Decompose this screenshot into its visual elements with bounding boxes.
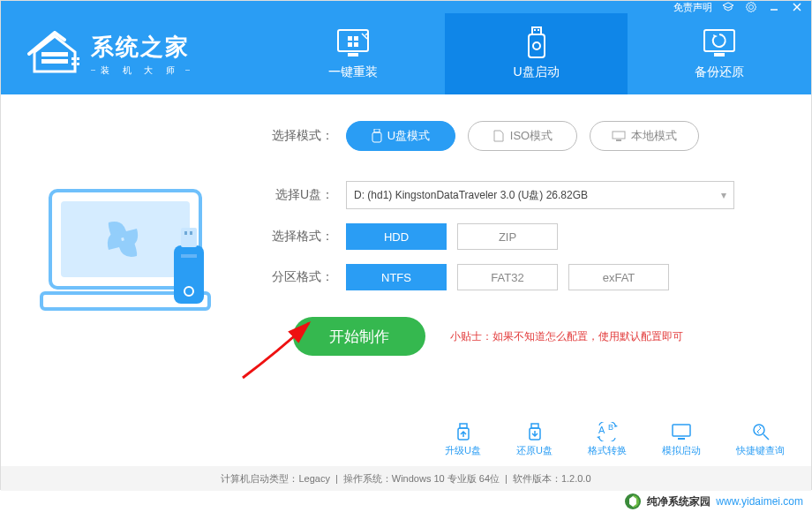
header: 系统之家 装 机 大 师 一键重装 U盘启动 备份还原 <box>1 13 811 94</box>
tab-usbboot[interactable]: U盘启动 <box>445 13 628 94</box>
status-boot-value: Legacy <box>298 473 329 484</box>
mode-usb-label: U盘模式 <box>387 128 430 144</box>
logo: 系统之家 装 机 大 师 <box>1 31 261 77</box>
tab-backup-label: 备份还原 <box>695 64 744 80</box>
usb-icon <box>517 27 556 59</box>
emulate-icon <box>670 422 693 441</box>
tab-reinstall-label: 一键重装 <box>328 64 378 80</box>
svg-line-40 <box>763 434 769 440</box>
svg-rect-29 <box>613 132 625 139</box>
format-zip-button[interactable]: ZIP <box>457 223 558 250</box>
svg-rect-12 <box>534 29 536 31</box>
content: 选择模式： U盘模式 ISO模式 本地模式 选择U盘： D: (h <box>1 94 811 413</box>
bottom-toolbar: 升级U盘 还原U盘 AB 格式转换 模拟启动 快捷键查询 <box>1 413 811 466</box>
main-panel: 选择模式： U盘模式 ISO模式 本地模式 选择U盘： D: (h <box>261 94 811 413</box>
fs-exfat-button[interactable]: exFAT <box>568 264 669 290</box>
close-button[interactable] <box>790 2 804 12</box>
convert-icon: AB <box>596 422 619 441</box>
restore-usb-icon <box>523 422 546 441</box>
svg-rect-22 <box>181 228 197 247</box>
chevron-down-icon: ▾ <box>721 189 726 201</box>
svg-rect-11 <box>532 27 541 34</box>
main-tabs: 一键重装 U盘启动 备份还原 <box>261 13 811 94</box>
tip-text: 小贴士：如果不知道怎么配置，使用默认配置即可 <box>450 329 683 344</box>
svg-rect-30 <box>616 139 621 141</box>
watermark-url: www.yidaimei.com <box>716 495 803 508</box>
house-icon <box>27 31 82 77</box>
usb-select-label: 选择U盘： <box>261 187 334 203</box>
tool-hotkey[interactable]: 快捷键查询 <box>736 422 785 457</box>
fs-label: 分区格式： <box>261 269 334 285</box>
app-window: 免责声明 系统之家 装 机 大 师 <box>0 0 812 490</box>
file-icon <box>492 130 505 142</box>
svg-text:A: A <box>598 425 605 435</box>
tab-reinstall[interactable]: 一键重装 <box>261 13 445 94</box>
settings-icon[interactable] <box>744 2 758 12</box>
upgrade-usb-icon <box>452 422 475 441</box>
mode-iso-button[interactable]: ISO模式 <box>468 121 577 151</box>
svg-rect-5 <box>71 57 74 60</box>
svg-rect-14 <box>529 34 545 57</box>
tool-convert[interactable]: AB 格式转换 <box>588 422 627 457</box>
usb-small-icon <box>372 129 382 143</box>
svg-rect-4 <box>41 59 68 64</box>
tab-usbboot-label: U盘启动 <box>513 64 559 80</box>
svg-rect-27 <box>374 129 380 132</box>
monitor-icon <box>612 131 626 141</box>
logo-title: 系统之家 <box>91 32 190 63</box>
brand-icon <box>624 493 642 510</box>
tool-restore[interactable]: 还原U盘 <box>516 422 553 457</box>
svg-rect-10 <box>348 53 358 56</box>
format-hdd-button[interactable]: HDD <box>346 223 447 250</box>
minimize-button[interactable] <box>767 2 781 12</box>
svg-rect-28 <box>372 132 381 142</box>
status-os-value: Windows 10 专业版 64位 <box>392 472 500 486</box>
illustration <box>1 94 261 413</box>
statusbar: 计算机启动类型： Legacy | 操作系统： Windows 10 专业版 6… <box>1 466 811 491</box>
tool-emulate[interactable]: 模拟启动 <box>662 422 701 457</box>
fs-ntfs-button[interactable]: NTFS <box>346 264 447 290</box>
svg-rect-38 <box>678 438 685 440</box>
titlebar: 免责声明 <box>1 1 811 13</box>
svg-rect-3 <box>41 52 68 56</box>
start-button-label: 开始制作 <box>329 327 389 347</box>
svg-rect-6 <box>77 57 79 60</box>
svg-rect-23 <box>184 231 187 235</box>
mode-iso-label: ISO模式 <box>510 128 553 144</box>
reinstall-icon <box>334 27 372 59</box>
graduation-icon[interactable] <box>721 2 735 12</box>
tool-upgrade[interactable]: 升级U盘 <box>445 422 481 457</box>
tab-backup[interactable]: 备份还原 <box>628 13 811 94</box>
svg-rect-16 <box>704 30 734 51</box>
fs-fat32-button[interactable]: FAT32 <box>457 264 558 290</box>
usb-select[interactable]: D: (hd1) KingstonDataTraveler 3.0 (U盘) 2… <box>346 181 734 209</box>
status-ver-value: 1.2.0.0 <box>561 473 591 484</box>
mode-local-label: 本地模式 <box>631 128 677 144</box>
svg-rect-26 <box>181 254 197 258</box>
svg-rect-17 <box>714 53 725 56</box>
svg-rect-8 <box>77 63 79 65</box>
svg-rect-24 <box>190 231 192 235</box>
format-label: 选择格式： <box>261 229 334 245</box>
svg-point-15 <box>533 42 540 49</box>
watermark: 纯净系统家园 www.yidaimei.com <box>624 493 803 510</box>
mode-usb-button[interactable]: U盘模式 <box>346 121 455 151</box>
svg-rect-7 <box>71 63 74 65</box>
disclaimer-link[interactable]: 免责声明 <box>673 1 712 14</box>
svg-text:B: B <box>608 423 613 432</box>
start-button[interactable]: 开始制作 <box>293 317 425 356</box>
usb-select-value: D: (hd1) KingstonDataTraveler 3.0 (U盘) 2… <box>354 188 588 203</box>
hotkey-icon <box>749 422 772 441</box>
svg-rect-37 <box>673 425 690 436</box>
logo-subtitle: 装 机 大 师 <box>101 64 180 77</box>
svg-rect-13 <box>538 29 539 31</box>
mode-label: 选择模式： <box>261 128 334 144</box>
svg-rect-9 <box>338 30 368 51</box>
mode-local-button[interactable]: 本地模式 <box>590 121 699 151</box>
backup-icon <box>700 27 739 59</box>
